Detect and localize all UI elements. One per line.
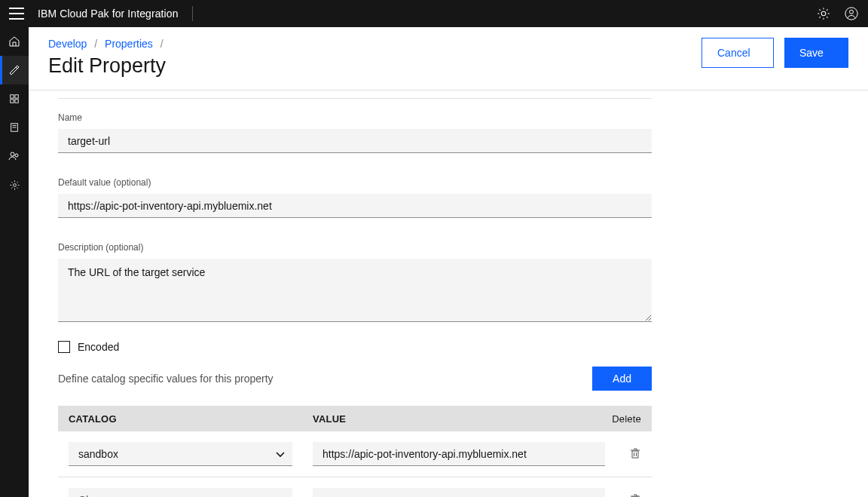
default-value-input[interactable] — [58, 194, 652, 218]
breadcrumb-properties[interactable]: Properties — [105, 38, 153, 50]
description-label: Description (optional) — [58, 242, 652, 253]
col-catalog: CATALOG — [69, 413, 313, 425]
catalog-value-input[interactable] — [313, 488, 605, 497]
add-button[interactable]: Add — [592, 367, 652, 391]
encoded-label: Encoded — [78, 341, 119, 353]
sidebar-item-apps[interactable] — [0, 84, 29, 113]
name-input[interactable] — [58, 129, 652, 153]
breadcrumb: Develop / Properties / — [48, 38, 168, 50]
breadcrumb-develop[interactable]: Develop — [48, 38, 87, 50]
menu-icon[interactable] — [9, 8, 24, 20]
svg-point-11 — [15, 154, 18, 157]
svg-rect-5 — [11, 100, 14, 103]
catalog-select[interactable] — [69, 488, 292, 497]
table-row — [58, 477, 652, 497]
svg-rect-6 — [15, 100, 18, 103]
catalog-value-input[interactable] — [313, 442, 605, 466]
divider — [58, 98, 652, 99]
catalog-section-label: Define catalog specific values for this … — [58, 373, 274, 385]
table-row — [58, 431, 652, 477]
sidebar — [0, 27, 29, 497]
svg-point-0 — [821, 11, 826, 16]
svg-rect-3 — [11, 95, 14, 98]
app-title: IBM Cloud Pak for Integration — [38, 8, 179, 20]
name-label: Name — [58, 112, 652, 123]
svg-point-10 — [11, 152, 14, 156]
sidebar-item-data[interactable] — [0, 113, 29, 142]
svg-point-2 — [850, 10, 854, 14]
gear-icon[interactable] — [817, 7, 830, 20]
user-icon[interactable] — [844, 6, 859, 21]
col-value: VALUE — [313, 413, 605, 425]
page-title: Edit Property — [48, 54, 168, 78]
page-header: Develop / Properties / Edit Property Can… — [29, 27, 868, 91]
trash-icon[interactable] — [629, 446, 641, 462]
sidebar-item-develop[interactable] — [0, 56, 29, 84]
cancel-button[interactable]: Cancel — [701, 38, 774, 68]
save-button[interactable]: Save — [784, 38, 848, 68]
brand-divider — [192, 6, 193, 21]
top-bar: IBM Cloud Pak for Integration — [0, 0, 868, 27]
trash-icon[interactable] — [629, 492, 641, 498]
catalog-select[interactable] — [69, 442, 292, 466]
sidebar-item-settings[interactable] — [0, 170, 29, 199]
svg-point-12 — [13, 183, 16, 186]
svg-rect-4 — [15, 95, 18, 98]
sidebar-item-home[interactable] — [0, 27, 29, 56]
encoded-checkbox[interactable] — [58, 341, 70, 353]
description-textarea[interactable] — [58, 259, 652, 322]
col-delete: Delete — [605, 413, 641, 425]
sidebar-item-members[interactable] — [0, 142, 29, 170]
svg-rect-13 — [632, 451, 638, 458]
catalog-table: CATALOG VALUE Delete — [58, 406, 652, 497]
default-value-label: Default value (optional) — [58, 177, 652, 188]
